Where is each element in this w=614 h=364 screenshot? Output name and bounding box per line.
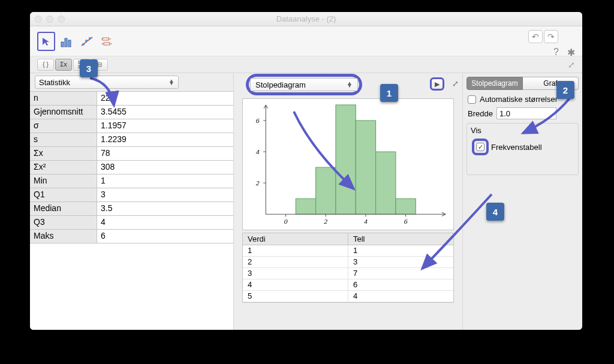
stats-label: n xyxy=(30,92,97,105)
stats-value: 22 xyxy=(97,92,233,105)
stats-value: 1 xyxy=(97,175,233,188)
freq-value: 4 xyxy=(243,279,348,290)
scatter-icon[interactable] xyxy=(78,32,96,51)
expand-icon[interactable]: ⤢ xyxy=(452,79,459,88)
stats-label: Q3 xyxy=(30,216,97,229)
freq-header-value: Verdi xyxy=(243,233,348,245)
cursor-tool-icon[interactable] xyxy=(37,32,55,51)
svg-rect-14 xyxy=(316,167,336,214)
content-area: Statistikk ▲▼ n22Gjennomsnitt3.5455σ1.19… xyxy=(30,73,582,330)
stats-label: Σx xyxy=(30,147,97,160)
play-button[interactable]: ▶ xyxy=(430,77,444,91)
callout-1: 1 xyxy=(380,84,398,102)
chart-type-dropdown[interactable]: Stolpediagram ▲▼ xyxy=(250,78,358,91)
stats-label: Σx² xyxy=(30,161,97,174)
stats-row: Min1 xyxy=(30,175,233,188)
freq-header-count: Tell xyxy=(348,233,453,245)
stats-label: Q1 xyxy=(30,188,97,201)
svg-text:4: 4 xyxy=(364,218,368,225)
stats-row: Q13 xyxy=(30,188,233,202)
frequency-label: Frekvenstabell xyxy=(491,143,542,152)
app-window: Dataanalyse - (2) ↶ ↷ ? ✱ { } Σx 123345 … xyxy=(30,12,582,330)
stats-label: Median xyxy=(30,202,97,215)
frequency-row: 54 xyxy=(243,291,453,302)
svg-text:6: 6 xyxy=(256,117,260,124)
stats-row: Median3.5 xyxy=(30,202,233,216)
auto-sizes-label: Automatiske størrelser xyxy=(480,95,558,104)
stats-value: 3.5 xyxy=(97,202,233,215)
chart-type-highlight: Stolpediagram ▲▼ xyxy=(246,74,362,95)
statistics-panel: Statistikk ▲▼ n22Gjennomsnitt3.5455σ1.19… xyxy=(30,73,234,330)
statistics-dropdown[interactable]: Statistikk ▲▼ xyxy=(35,76,179,89)
svg-rect-15 xyxy=(336,105,356,214)
stats-value: 308 xyxy=(97,161,233,174)
freq-count: 6 xyxy=(348,279,453,290)
svg-text:2: 2 xyxy=(324,218,327,225)
svg-rect-10 xyxy=(104,43,110,45)
stats-label: σ xyxy=(30,119,97,133)
bar-chart[interactable]: 2460246 xyxy=(242,98,454,230)
svg-text:4: 4 xyxy=(256,148,260,155)
chevron-updown-icon: ▲▼ xyxy=(168,80,174,85)
freq-count: 4 xyxy=(348,291,453,302)
frequency-row: 46 xyxy=(243,279,453,291)
freq-count: 3 xyxy=(348,257,453,267)
svg-point-6 xyxy=(89,37,91,40)
stats-row: Q34 xyxy=(30,216,233,230)
stats-label: s xyxy=(30,133,97,146)
svg-rect-1 xyxy=(65,38,67,47)
frequency-table: Verdi Tell 1123374654 xyxy=(242,233,454,303)
panel-toggle-icon[interactable]: ⤢ xyxy=(568,60,575,70)
stats-row: σ1.1957 xyxy=(30,119,233,133)
stats-value: 78 xyxy=(97,147,233,160)
stats-value: 1.1957 xyxy=(97,119,233,133)
parentheses-tool[interactable]: { } xyxy=(37,59,54,71)
svg-rect-7 xyxy=(103,38,109,40)
svg-point-4 xyxy=(82,43,85,46)
stats-row: n22 xyxy=(30,92,233,106)
svg-rect-18 xyxy=(396,198,416,214)
stats-value: 6 xyxy=(97,230,233,243)
undo-button[interactable]: ↶ xyxy=(528,30,543,43)
freq-count: 1 xyxy=(348,245,453,256)
width-input[interactable] xyxy=(496,107,556,119)
svg-point-5 xyxy=(85,40,88,42)
callout-4: 4 xyxy=(486,203,504,221)
freq-value: 3 xyxy=(243,268,348,279)
statistics-table: n22Gjennomsnitt3.5455σ1.1957s1.2239Σx78Σ… xyxy=(30,91,233,243)
titlebar: Dataanalyse - (2) xyxy=(30,12,582,26)
chart-type-label: Stolpediagram xyxy=(255,80,306,89)
frequency-checkbox[interactable]: ✓ xyxy=(476,143,484,151)
freq-count: 7 xyxy=(348,268,453,279)
freq-value: 1 xyxy=(243,245,348,256)
stats-row: s1.2239 xyxy=(30,133,233,147)
frequency-row: 23 xyxy=(243,257,453,268)
stats-value: 1.2239 xyxy=(97,133,233,146)
stats-row: Gjennomsnitt3.5455 xyxy=(30,106,233,119)
callout-3: 3 xyxy=(80,59,98,77)
redo-button[interactable]: ↷ xyxy=(544,30,558,43)
stats-label: Min xyxy=(30,175,97,188)
stats-row: Maks6 xyxy=(30,230,233,243)
bar-chart-icon[interactable] xyxy=(58,32,76,51)
svg-text:6: 6 xyxy=(404,218,408,225)
chart-panel: Stolpediagram ▲▼ ▶ ⤢ 2460246 Verdi Tell … xyxy=(234,73,462,330)
tab-stolpediagram[interactable]: Stolpediagram xyxy=(466,77,523,90)
stats-value: 3 xyxy=(97,188,233,201)
width-label: Bredde xyxy=(468,109,493,118)
frequency-row: 37 xyxy=(243,268,453,279)
vis-group-label: Vis xyxy=(471,126,574,135)
window-title: Dataanalyse - (2) xyxy=(30,14,582,23)
chevron-updown-icon: ▲▼ xyxy=(347,82,353,87)
stats-value: 3.5455 xyxy=(97,106,233,119)
callout-2: 2 xyxy=(556,81,574,99)
stats-value: 4 xyxy=(97,216,233,229)
auto-sizes-checkbox[interactable] xyxy=(468,95,476,104)
main-toolbar: ↶ ↷ ? ✱ xyxy=(30,26,582,56)
boxplot-icon[interactable] xyxy=(98,32,116,51)
freq-value: 2 xyxy=(243,257,348,267)
sigma-tool[interactable]: Σx xyxy=(55,59,72,71)
sub-toolbar: { } Σx 123345 ⊟ ⤢ xyxy=(30,56,582,73)
svg-text:2: 2 xyxy=(256,179,260,186)
svg-rect-0 xyxy=(61,42,64,47)
